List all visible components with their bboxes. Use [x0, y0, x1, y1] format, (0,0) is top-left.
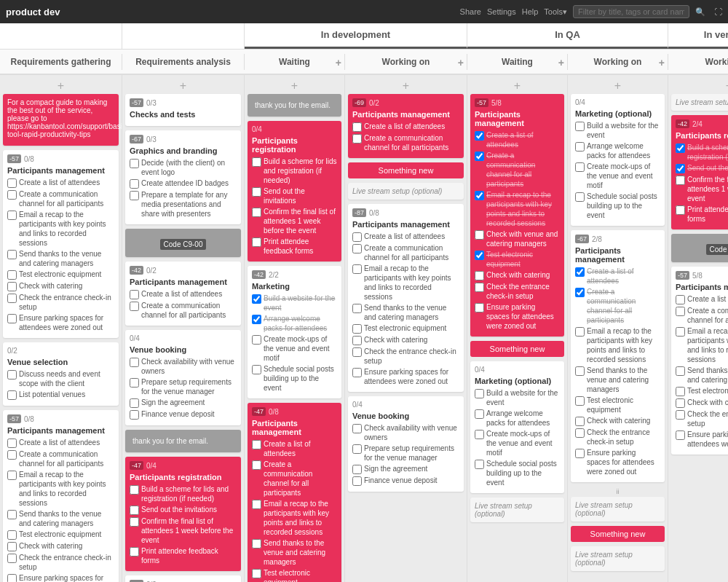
subheader-dev-wait: Waiting + — [245, 54, 345, 70]
settings-link[interactable]: Settings — [487, 7, 516, 16]
card-livestream-qawait[interactable]: Live stream setup (optional) — [470, 498, 564, 522]
fullscreen-icon[interactable]: ⛶ — [714, 7, 722, 16]
card-participants-qawait[interactable]: -57 5/8 Participants management Create a… — [470, 94, 564, 337]
search-icon[interactable]: 🔍 — [695, 7, 705, 17]
card-promo[interactable]: For a compact guide to making the best o… — [3, 94, 119, 146]
something-new-btn-devwork[interactable]: Something new — [348, 162, 464, 178]
card-participants-devwork-2[interactable]: -87 0/8 Participants management Create a… — [348, 204, 464, 392]
spacer-req-anal — [122, 23, 245, 49]
card-marketing-devwait[interactable]: -42 2/2 Marketing Build a website for th… — [248, 266, 341, 398]
card-participants-devwork[interactable]: -69 0/2 Participants management Create a… — [348, 94, 464, 158]
share-link[interactable]: Share — [460, 7, 481, 16]
card-reg-devwait[interactable]: 0/4 Participants registration Build a sc… — [248, 121, 341, 261]
card-livestream-qawork-2[interactable]: Live stream setup (optional) — [571, 546, 665, 571]
card-participants-anal-2[interactable]: -42 0/2 Participants management Create a… — [125, 575, 241, 582]
card-marketing-qawork[interactable]: 0/4 Marketing (optional) Build a website… — [571, 94, 665, 226]
add-qa-wait-btn[interactable]: + — [558, 57, 564, 68]
add-dev-work-col-top[interactable]: + — [348, 78, 464, 94]
card-checks[interactable]: -57 0/3 Checks and tests — [125, 94, 241, 126]
column-group-headers: In development In QA In verification ▼ — [0, 23, 728, 50]
card-participants-qawork[interactable]: -67 2/8 Participants management Create a… — [571, 230, 665, 482]
add-verif-work-col-top[interactable]: + — [671, 78, 728, 94]
col-qa-work: + 0/4 Marketing (optional) Build a websi… — [568, 75, 668, 582]
card-code-verif[interactable]: Code C9-00 — [671, 234, 728, 262]
card-venue-booking-devwork[interactable]: 0/4 Venue booking Check availability wit… — [348, 396, 464, 492]
card-marketing-qawait[interactable]: 0/4 Marketing (optional) Build a website… — [470, 361, 564, 493]
col-req-anal: + -57 0/3 Checks and tests -67 0/3 Graph… — [122, 75, 245, 582]
add-qa-work-col-top[interactable]: + — [571, 78, 665, 94]
add-req-anal-top[interactable]: + — [125, 78, 241, 94]
col-dev-work: + -69 0/2 Participants management Create… — [345, 75, 467, 582]
card-participants-verif[interactable]: -57 5/8 Participants management Create a… — [671, 267, 728, 455]
app-title: product dev — [6, 7, 454, 17]
group-in-qa: In QA — [467, 23, 668, 49]
card-livestream-qawork[interactable]: Live stream setup (optional) — [571, 497, 665, 522]
board-columns: + For a compact guide to making the best… — [0, 75, 728, 582]
card-graphics[interactable]: -67 0/3 Graphics and branding Decide (wi… — [125, 130, 241, 224]
add-qa-work-btn[interactable]: + — [659, 57, 665, 68]
card-participants-2[interactable]: -57 0/8 Participants management Create a… — [3, 410, 119, 582]
card-reg-verif[interactable]: -42 2/4 Participants registration Build … — [671, 115, 728, 229]
col-verif-work: + Live stream setup (optional) -42 2/4 P… — [668, 75, 728, 582]
group-in-development: In development — [245, 23, 467, 49]
add-dev-wait-btn[interactable]: + — [336, 57, 341, 68]
card-livestream-devwork[interactable]: Live stream setup (optional) — [348, 183, 464, 200]
card-participants-anal[interactable]: -42 0/2 Participants management Create a… — [125, 261, 241, 326]
group-in-verification: In verification ▼ — [668, 23, 728, 49]
code-tag-verif: Code C9-00 — [706, 244, 728, 255]
something-new-btn-qawork[interactable]: Something new — [571, 526, 665, 542]
subheader-req-anal: Requirements analysis — [122, 54, 245, 70]
col-qa-wait: + -57 5/8 Participants management Create… — [467, 75, 568, 582]
card-livestream-verif[interactable]: Live stream setup (optional) — [671, 94, 728, 111]
add-dev-work-btn[interactable]: + — [458, 57, 464, 68]
subheader-req-gather: Requirements gathering — [0, 54, 122, 70]
col-req-gather: + For a compact guide to making the best… — [0, 75, 122, 582]
spacer-req-gather — [0, 23, 122, 49]
board-scroll: + For a compact guide to making the best… — [0, 75, 728, 582]
subheader-qa-work: Working on + — [568, 54, 668, 70]
add-qa-wait-col-top[interactable]: + — [470, 78, 564, 94]
col-dev-wait: + thank you for the email. 0/4 Participa… — [245, 75, 345, 582]
code-tag: Code C9-00 — [160, 239, 207, 250]
column-subheaders: Requirements gathering Requirements anal… — [0, 50, 728, 75]
card-reg-anal[interactable]: -47 0/4 Participants registration Build … — [125, 457, 241, 571]
card-code-gray[interactable]: Code C9-00 — [125, 229, 241, 257]
card-venue-booking-anal[interactable]: 0/4 Venue booking Check availability wit… — [125, 330, 241, 425]
add-req-gather-top[interactable]: + — [3, 78, 119, 94]
top-bar: product dev Share Settings Help Tools▾ 🔍… — [0, 0, 728, 23]
card-participants-devwait[interactable]: -47 0/8 Participants management Create a… — [248, 403, 341, 582]
card-thankyou-devwait[interactable]: thank you for the email. — [248, 94, 341, 117]
tools-link[interactable]: Tools▾ — [544, 7, 567, 17]
search-input[interactable] — [573, 5, 689, 18]
card-thankyou-anal[interactable]: thank you for the email. — [125, 430, 241, 452]
card-participants-1[interactable]: -57 0/8 Participants management Create a… — [3, 150, 119, 338]
board-container: In development In QA In verification ▼ R… — [0, 23, 728, 582]
subheader-qa-wait: Waiting + — [467, 54, 568, 70]
subheader-dev-work: Working on + — [345, 54, 467, 70]
subheader-verif-work: Working on + — [668, 54, 728, 70]
card-venue-selection[interactable]: 0/2 Venue selection Discuss needs and ev… — [3, 342, 119, 406]
help-link[interactable]: Help — [522, 7, 539, 16]
something-new-btn-qawait[interactable]: Something new — [470, 341, 564, 357]
add-dev-wait-col-top[interactable]: + — [248, 78, 341, 94]
